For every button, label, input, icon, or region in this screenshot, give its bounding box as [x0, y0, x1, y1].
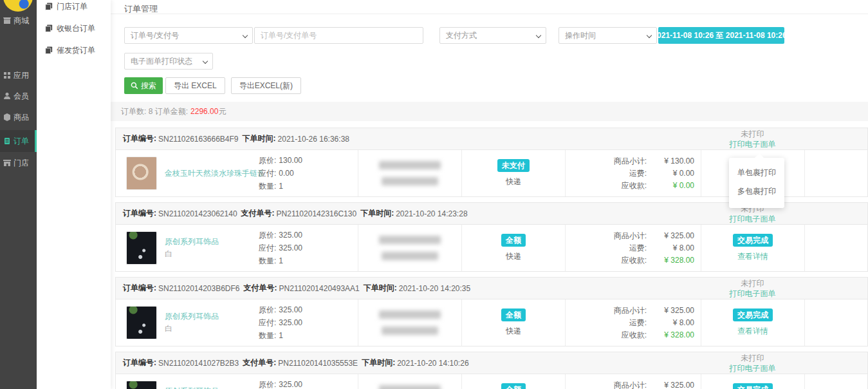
totals-cell: 商品小计:¥ 325.00 运费:¥ 8.00 应收款:¥ 328.00 [565, 225, 701, 271]
date-range-button[interactable]: 2021-11-08 10:26 至 2021-11-08 10:26 [658, 27, 784, 44]
order-time: 2021-10-20 14:20:35 [399, 284, 470, 293]
sidebar-item-members[interactable]: 会员 [0, 85, 37, 107]
pay-no: PN211020142316C130 [277, 209, 357, 218]
order-field-select[interactable]: 订单号/支付号 [124, 27, 253, 44]
order-time-label: 下单时间: [364, 283, 397, 294]
pay-no-label: 支付单号: [241, 208, 275, 219]
status-cell: 交易完成 查看详情 [701, 374, 804, 389]
subtotal-value: ¥ 130.00 [647, 155, 694, 167]
search-icon [131, 82, 138, 90]
receivable-value: ¥ 328.00 [647, 329, 694, 341]
main-content: 订单管理 订单号/支付号 支付方式 操作时间 2021-11-08 10:26 … [111, 0, 868, 389]
order-count-label: 订单数: [121, 106, 146, 117]
orders-submenu: 门店订单 收银台订单 催发货订单 [37, 0, 111, 389]
time-field-select[interactable]: 操作时间 [559, 27, 657, 44]
sidebar-item-mall[interactable]: 商城 [0, 10, 37, 32]
sidebar-item-stores[interactable]: 门店 [0, 152, 37, 174]
product-name-link[interactable]: 原创系列耳饰品 [165, 311, 263, 321]
order-time-label: 下单时间: [362, 357, 395, 368]
subtotal-value: ¥ 325.00 [647, 305, 694, 317]
print-status-select[interactable]: 电子面单打印状态 [124, 53, 213, 70]
product-cell: 金枝玉叶天然淡水珍珠手链设... 原价:130.00 应付:0.00 数量:1 [116, 150, 358, 196]
view-detail-link[interactable]: 查看详情 [737, 251, 768, 262]
sidebar-item-label: 商品 [14, 112, 29, 123]
product-name-link[interactable]: 原创系列耳饰品 [165, 386, 263, 389]
order-card: 订单编号: SN211020141027B2B3 支付单号: PN2110201… [115, 352, 868, 389]
product-variant: 白 [165, 249, 263, 260]
order-time: 2021-10-20 14:10:26 [397, 359, 468, 368]
summary-bar: 订单数: 8 订单金额:2296.00元 [111, 102, 868, 121]
page-header: 订单管理 [111, 0, 868, 14]
due-price: 325.00 [279, 318, 302, 327]
time-field-select-value: 操作时间 [565, 30, 596, 41]
export-excel-button[interactable]: 导出 EXCEL [165, 77, 225, 94]
submenu-item-store-orders[interactable]: 门店订单 [37, 0, 111, 17]
product-image [126, 381, 157, 389]
due-price-label: 应付: [259, 243, 276, 252]
view-detail-link[interactable]: 查看详情 [737, 326, 768, 337]
print-block: 未打印 打印电子面单 [701, 353, 804, 374]
pay-no-label: 支付单号: [243, 357, 276, 368]
submenu-item-urge-ship-orders[interactable]: 催发货订单 [37, 39, 111, 61]
order-time-label: 下单时间: [360, 208, 394, 219]
delivery-method: 快递 [506, 176, 521, 187]
order-no-label: 订单编号: [123, 133, 156, 144]
print-single-package-item[interactable]: 单包裹打印 [729, 164, 784, 182]
shipping-label: 运费: [629, 317, 647, 329]
print-status: 未打印 [701, 278, 804, 289]
copy-icon [45, 3, 53, 10]
totals-cell: 商品小计:¥ 130.00 运费:¥ 0.00 应收款:¥ 0.00 [565, 150, 701, 196]
sidebar-item-label: 门店 [14, 158, 29, 169]
sidebar-item-orders[interactable]: 订单 [0, 130, 37, 152]
toolbar: 搜索 导出 EXCEL 导出EXCEL(新) [124, 77, 868, 94]
payment-cell: 全额 快递 [461, 299, 565, 346]
order-no: SN211020141027B2B3 [158, 359, 239, 368]
order-no-label: 订单编号: [123, 357, 156, 368]
print-waybill-link[interactable]: 打印电子面单 [701, 289, 804, 299]
print-multi-package-item[interactable]: 多包裹打印 [729, 182, 784, 201]
order-count: 8 [149, 107, 153, 116]
due-price: 325.00 [279, 243, 302, 252]
keyword-input[interactable] [254, 27, 423, 44]
orig-price-label: 原价: [259, 156, 276, 165]
totals-cell: 商品小计:¥ 325.00 运费:¥ 8.00 应收款:¥ 328.00 [565, 374, 701, 389]
pay-method-select[interactable]: 支付方式 [439, 27, 546, 44]
product-name-link[interactable]: 金枝玉叶天然淡水珍珠手链设... [165, 168, 263, 178]
order-row: 原创系列耳饰品 白 原价:325.00 应付:325.00 数量:1 全额 快递 [116, 225, 867, 271]
search-button[interactable]: 搜索 [124, 77, 163, 94]
trade-status-badge: 交易完成 [733, 308, 773, 321]
delivery-method: 快递 [506, 251, 521, 262]
print-waybill-link[interactable]: 打印电子面单 [701, 214, 804, 224]
delivery-method: 快递 [506, 326, 521, 337]
trade-status-badge: 交易完成 [733, 383, 773, 389]
print-waybill-link[interactable]: 打印电子面单 [701, 363, 804, 374]
orig-price-label: 原价: [259, 305, 276, 314]
print-menu-popup: 单包裹打印 多包裹打印 [729, 158, 784, 208]
order-no-label: 订单编号: [123, 208, 156, 219]
order-amount-label: 订单金额: [155, 106, 188, 117]
pay-status-badge: 未支付 [497, 159, 530, 172]
order-no: SN21102014203B6DF6 [158, 284, 240, 293]
payment-cell: 全额 快递 [461, 374, 565, 389]
sidebar-item-goods[interactable]: 商品 [0, 106, 37, 128]
submenu-item-cashier-orders[interactable]: 收银台订单 [37, 17, 111, 39]
subtotal-label: 商品小计: [614, 230, 647, 242]
pay-no: PN211020141035553E [278, 359, 358, 368]
print-status: 未打印 [701, 353, 804, 363]
print-waybill-link[interactable]: 打印电子面单 [701, 139, 804, 149]
extra-cell [804, 225, 867, 271]
sidebar-item-apps[interactable]: 应用 [0, 64, 37, 86]
extra-cell [804, 150, 867, 196]
store-icon [3, 159, 11, 167]
order-amount: 2296.00 [190, 107, 218, 116]
product-name-link[interactable]: 原创系列耳饰品 [165, 236, 263, 247]
orig-price: 325.00 [279, 380, 302, 389]
buyer-phone-redacted [382, 177, 438, 185]
goods-icon [3, 113, 11, 121]
chevron-down-icon [536, 33, 541, 38]
buyer-cell [358, 374, 461, 389]
export-excel-new-button[interactable]: 导出EXCEL(新) [231, 77, 301, 94]
receivable-label: 应收款: [622, 329, 647, 341]
order-no: SN2110201423062140 [158, 209, 237, 218]
shipping-value: ¥ 8.00 [647, 317, 694, 329]
